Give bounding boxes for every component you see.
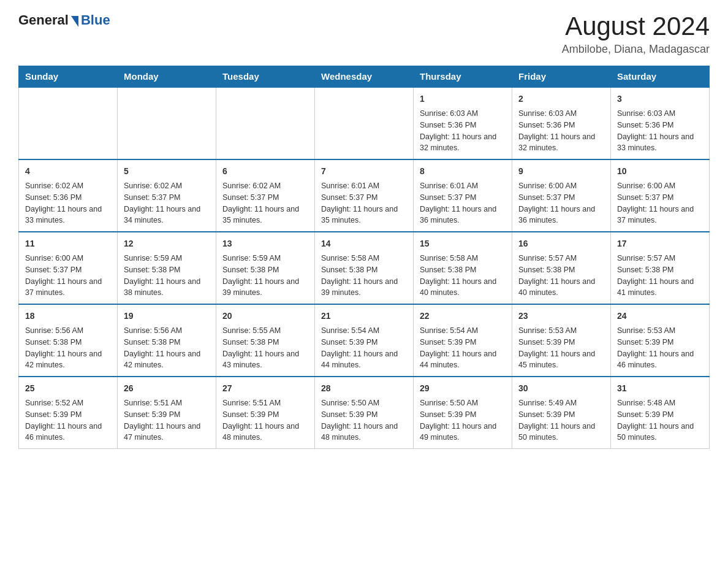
calendar-cell: 25Sunrise: 5:52 AMSunset: 5:39 PMDayligh…	[19, 377, 118, 449]
page-header: General Blue August 2024 Ambilobe, Diana…	[18, 12, 710, 56]
sunrise-text: Sunrise: 5:48 AM	[617, 399, 675, 407]
daylight-text: Daylight: 11 hours and 39 minutes.	[321, 277, 398, 297]
column-header-monday: Monday	[118, 66, 216, 88]
calendar-cell	[118, 87, 216, 159]
sunrise-text: Sunrise: 6:01 AM	[420, 182, 478, 190]
sunset-text: Sunset: 5:39 PM	[321, 338, 377, 347]
day-number: 25	[25, 382, 111, 395]
daylight-text: Daylight: 11 hours and 50 minutes.	[617, 422, 694, 442]
sunrise-text: Sunrise: 5:58 AM	[321, 254, 379, 262]
calendar-cell: 5Sunrise: 6:02 AMSunset: 5:37 PMDaylight…	[118, 159, 216, 232]
sunrise-text: Sunrise: 5:55 AM	[222, 326, 281, 335]
column-header-wednesday: Wednesday	[315, 66, 414, 88]
sunset-text: Sunset: 5:36 PM	[420, 121, 476, 129]
sunrise-text: Sunrise: 5:51 AM	[222, 399, 281, 407]
sunset-text: Sunset: 5:38 PM	[617, 266, 673, 274]
calendar-cell: 16Sunrise: 5:57 AMSunset: 5:38 PMDayligh…	[512, 232, 611, 304]
day-number: 20	[222, 310, 308, 323]
sunrise-text: Sunrise: 5:50 AM	[420, 399, 478, 407]
sunset-text: Sunset: 5:37 PM	[124, 193, 180, 202]
daylight-text: Daylight: 11 hours and 50 minutes.	[518, 422, 595, 442]
daylight-text: Daylight: 11 hours and 32 minutes.	[518, 132, 595, 153]
day-number: 7	[321, 165, 407, 178]
sunset-text: Sunset: 5:39 PM	[124, 410, 180, 419]
sunset-text: Sunset: 5:36 PM	[617, 121, 673, 129]
sunrise-text: Sunrise: 5:56 AM	[25, 326, 83, 335]
day-number: 18	[25, 310, 111, 323]
daylight-text: Daylight: 11 hours and 46 minutes.	[25, 422, 102, 442]
calendar-week-4: 18Sunrise: 5:56 AMSunset: 5:38 PMDayligh…	[19, 304, 710, 377]
day-number: 21	[321, 310, 407, 323]
calendar-cell: 6Sunrise: 6:02 AMSunset: 5:37 PMDaylight…	[216, 159, 315, 232]
column-header-thursday: Thursday	[414, 66, 512, 88]
day-number: 30	[518, 382, 604, 395]
calendar-cell: 2Sunrise: 6:03 AMSunset: 5:36 PMDaylight…	[512, 87, 611, 159]
sunrise-text: Sunrise: 5:54 AM	[420, 326, 478, 335]
calendar-week-5: 25Sunrise: 5:52 AMSunset: 5:39 PMDayligh…	[19, 377, 710, 449]
calendar-cell: 31Sunrise: 5:48 AMSunset: 5:39 PMDayligh…	[611, 377, 710, 449]
daylight-text: Daylight: 11 hours and 44 minutes.	[321, 350, 398, 370]
daylight-text: Daylight: 11 hours and 36 minutes.	[420, 205, 496, 225]
day-number: 15	[420, 237, 506, 250]
daylight-text: Daylight: 11 hours and 44 minutes.	[420, 350, 496, 370]
sunset-text: Sunset: 5:37 PM	[518, 193, 575, 202]
daylight-text: Daylight: 11 hours and 37 minutes.	[25, 277, 102, 297]
day-number: 11	[25, 237, 111, 250]
logo-arrow-icon	[71, 16, 78, 27]
daylight-text: Daylight: 11 hours and 49 minutes.	[420, 422, 496, 442]
daylight-text: Daylight: 11 hours and 39 minutes.	[222, 277, 299, 297]
location-title: Ambilobe, Diana, Madagascar	[562, 43, 710, 56]
calendar-cell: 20Sunrise: 5:55 AMSunset: 5:38 PMDayligh…	[216, 304, 315, 377]
calendar-cell: 23Sunrise: 5:53 AMSunset: 5:39 PMDayligh…	[512, 304, 611, 377]
sunrise-text: Sunrise: 6:02 AM	[25, 182, 83, 190]
calendar-cell: 27Sunrise: 5:51 AMSunset: 5:39 PMDayligh…	[216, 377, 315, 449]
day-number: 1	[420, 93, 506, 105]
sunrise-text: Sunrise: 5:54 AM	[321, 326, 379, 335]
sunset-text: Sunset: 5:39 PM	[617, 410, 673, 419]
day-number: 29	[420, 382, 506, 395]
sunrise-text: Sunrise: 5:51 AM	[124, 399, 182, 407]
sunrise-text: Sunrise: 6:00 AM	[518, 182, 577, 190]
calendar-cell	[216, 87, 315, 159]
sunset-text: Sunset: 5:38 PM	[124, 338, 180, 347]
daylight-text: Daylight: 11 hours and 42 minutes.	[124, 350, 200, 370]
day-number: 3	[617, 93, 703, 105]
sunrise-text: Sunrise: 6:02 AM	[124, 182, 182, 190]
calendar-cell: 9Sunrise: 6:00 AMSunset: 5:37 PMDaylight…	[512, 159, 611, 232]
sunrise-text: Sunrise: 6:03 AM	[518, 109, 577, 118]
sunrise-text: Sunrise: 6:03 AM	[617, 109, 675, 118]
sunrise-text: Sunrise: 5:59 AM	[222, 254, 281, 262]
calendar-cell: 4Sunrise: 6:02 AMSunset: 5:36 PMDaylight…	[19, 159, 118, 232]
sunset-text: Sunset: 5:36 PM	[518, 121, 575, 129]
calendar-header-row: SundayMondayTuesdayWednesdayThursdayFrid…	[19, 66, 710, 88]
sunset-text: Sunset: 5:39 PM	[222, 410, 279, 419]
sunset-text: Sunset: 5:37 PM	[617, 193, 673, 202]
logo-blue-text: Blue	[81, 12, 110, 28]
sunrise-text: Sunrise: 6:01 AM	[321, 182, 379, 190]
sunset-text: Sunset: 5:38 PM	[25, 338, 82, 347]
sunset-text: Sunset: 5:39 PM	[518, 338, 575, 347]
calendar-cell: 30Sunrise: 5:49 AMSunset: 5:39 PMDayligh…	[512, 377, 611, 449]
daylight-text: Daylight: 11 hours and 38 minutes.	[124, 277, 200, 297]
sunset-text: Sunset: 5:37 PM	[321, 193, 377, 202]
calendar-cell: 22Sunrise: 5:54 AMSunset: 5:39 PMDayligh…	[414, 304, 512, 377]
sunrise-text: Sunrise: 5:49 AM	[518, 399, 577, 407]
sunset-text: Sunset: 5:39 PM	[321, 410, 377, 419]
title-area: August 2024 Ambilobe, Diana, Madagascar	[562, 12, 710, 56]
daylight-text: Daylight: 11 hours and 47 minutes.	[124, 422, 200, 442]
sunset-text: Sunset: 5:38 PM	[222, 338, 279, 347]
daylight-text: Daylight: 11 hours and 45 minutes.	[518, 350, 595, 370]
sunset-text: Sunset: 5:39 PM	[518, 410, 575, 419]
calendar-table: SundayMondayTuesdayWednesdayThursdayFrid…	[18, 66, 710, 449]
sunset-text: Sunset: 5:37 PM	[222, 193, 279, 202]
column-header-friday: Friday	[512, 66, 611, 88]
day-number: 19	[124, 310, 210, 323]
day-number: 22	[420, 310, 506, 323]
sunset-text: Sunset: 5:39 PM	[420, 410, 476, 419]
day-number: 9	[518, 165, 604, 178]
daylight-text: Daylight: 11 hours and 36 minutes.	[518, 205, 595, 225]
daylight-text: Daylight: 11 hours and 33 minutes.	[617, 132, 694, 153]
calendar-cell: 8Sunrise: 6:01 AMSunset: 5:37 PMDaylight…	[414, 159, 512, 232]
day-number: 13	[222, 237, 308, 250]
day-number: 27	[222, 382, 308, 395]
